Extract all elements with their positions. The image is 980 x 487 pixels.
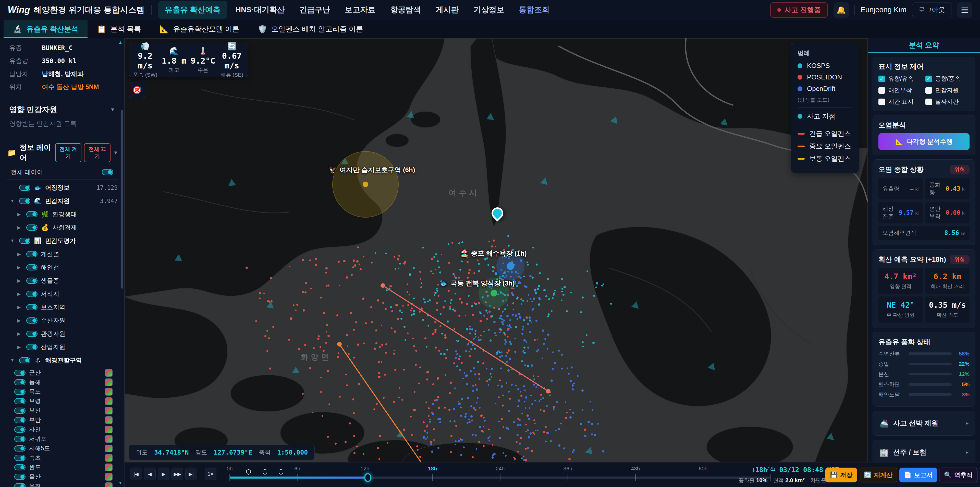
layer-toggle[interactable] [19, 185, 30, 191]
region-style-button[interactable] [105, 463, 113, 471]
layer-toggle[interactable] [26, 264, 38, 270]
checkbox-checked-icon[interactable]: ✓ [925, 76, 932, 82]
menu-button[interactable]: ☰ [957, 2, 972, 18]
tab-유출유확산모델 이론[interactable]: 📐유출유확산모델 이론 [150, 20, 248, 38]
layer-toggle[interactable] [26, 291, 38, 297]
layer-toggle[interactable] [26, 318, 38, 324]
vessel-spec-card[interactable]: 🚢 사고 선박 제원 ▸ [873, 410, 975, 436]
region-toggle[interactable] [14, 483, 25, 487]
region-style-button[interactable] [105, 435, 113, 443]
layer-toggle[interactable] [26, 278, 38, 284]
region-style-button[interactable] [105, 426, 113, 433]
logout-button[interactable]: 로그아웃 [912, 3, 951, 17]
region-style-button[interactable] [105, 388, 113, 396]
region-toggle[interactable] [14, 474, 25, 480]
layer-toggle[interactable] [26, 211, 38, 217]
region-style-button[interactable] [105, 407, 113, 415]
nav-item[interactable]: 항공탐색 [384, 1, 428, 19]
nav-item[interactable]: 기상정보 [467, 1, 511, 19]
region-toggle[interactable] [14, 398, 25, 404]
region-toggle[interactable] [14, 455, 25, 461]
nav-item[interactable]: 긴급구난 [293, 1, 337, 19]
layer-toggle[interactable] [19, 198, 30, 204]
caret-right-icon[interactable]: ▶ [18, 331, 23, 337]
display-checkbox-날짜시간[interactable]: 날짜시간 [925, 98, 970, 106]
caret-down-icon[interactable]: ▼ [10, 358, 16, 363]
region-toggle[interactable] [14, 436, 25, 442]
nav-item[interactable]: 보고자료 [339, 1, 382, 19]
region-style-button[interactable] [105, 482, 113, 487]
caret-right-icon[interactable]: ▶ [18, 318, 23, 323]
region-toggle[interactable] [14, 407, 25, 414]
layer-toggle[interactable] [26, 304, 38, 310]
caret-right-icon[interactable]: ▶ [18, 305, 23, 310]
caret-right-icon[interactable]: ▶ [18, 252, 23, 257]
region-toggle[interactable] [14, 417, 25, 423]
caret-right-icon[interactable]: ▶ [18, 212, 23, 217]
region-style-button[interactable] [105, 416, 113, 424]
checkbox-icon[interactable] [878, 99, 885, 105]
region-style-button[interactable] [105, 369, 113, 377]
layer-toggle[interactable] [26, 251, 38, 257]
nav-item[interactable]: HNS·대기확산 [229, 1, 291, 19]
all-layers-off-button[interactable]: 전체 끄기 [84, 143, 110, 162]
caret-right-icon[interactable]: ▶ [18, 278, 23, 283]
tab-분석 목록[interactable]: 📋분석 목록 [88, 20, 150, 38]
checkbox-checked-icon[interactable]: ✓ [878, 76, 885, 82]
report-button[interactable]: 📄보고서 [899, 468, 937, 482]
region-toggle[interactable] [14, 389, 25, 395]
playback-speed-button[interactable]: 1× [205, 468, 216, 481]
region-toggle[interactable] [14, 445, 25, 452]
save-button[interactable]: 💾저장 [825, 468, 857, 482]
display-checkbox-시간 표시[interactable]: 시간 표시 [878, 98, 923, 106]
display-checkbox-풍향/풍속[interactable]: ✓풍향/풍속 [925, 75, 970, 83]
scroll-down-icon[interactable]: ▼ [118, 481, 123, 485]
caret-down-icon[interactable]: ▼ [10, 238, 16, 243]
tab-유출유 확산분석[interactable]: 🔬유출유 확산분석 [3, 20, 88, 38]
display-checkbox-유향/유속[interactable]: ✓유향/유속 [878, 75, 923, 83]
region-style-button[interactable] [105, 378, 113, 386]
region-toggle[interactable] [14, 379, 25, 385]
region-style-button[interactable] [105, 454, 113, 462]
region-style-button[interactable] [105, 445, 113, 452]
impact-section-header[interactable]: 영향 민감자원 ▼ [0, 99, 124, 118]
scroll-up-icon[interactable]: ▲ [118, 40, 123, 45]
checkbox-icon[interactable] [925, 87, 932, 94]
layer-toggle[interactable] [19, 357, 30, 363]
all-layer-toggle[interactable] [102, 169, 113, 175]
step-back-button[interactable]: ◀ [144, 468, 156, 481]
polygon-analysis-button[interactable]: 📐 다각형 분석수행 [878, 133, 969, 150]
checkbox-icon[interactable] [878, 87, 885, 94]
layer-toggle[interactable] [26, 344, 38, 350]
skip-start-button[interactable]: |◀ [130, 468, 142, 481]
caret-right-icon[interactable]: ▶ [18, 225, 23, 230]
nav-item[interactable]: 게시판 [429, 1, 466, 19]
region-style-button[interactable] [105, 473, 113, 481]
timeline-handle[interactable] [364, 473, 371, 482]
play-button[interactable]: ▶ [158, 468, 169, 481]
display-checkbox-해안부착[interactable]: 해안부착 [878, 86, 923, 94]
display-checkbox-민감자원[interactable]: 민감자원 [925, 86, 970, 94]
map-canvas[interactable]: 🦅 여자만 습지보호구역 (6h) 🏖️ 종포 해수욕장 (1h) 🐟 국동 전… [124, 38, 868, 462]
nav-item[interactable]: 통합조회 [512, 1, 556, 19]
tab-오일펜스 배치 알고리즘 이론[interactable]: 🛡️오일펜스 배치 알고리즘 이론 [248, 20, 372, 38]
caret-right-icon[interactable]: ▶ [18, 291, 23, 297]
nav-item[interactable]: 유출유 확산예측 [158, 1, 227, 19]
notifications-button[interactable]: 🔔 [834, 2, 849, 18]
region-style-button[interactable] [105, 398, 113, 405]
owner-insurance-card[interactable]: 🏢 선주 / 보험 ▸ [873, 440, 975, 462]
backtrack-button[interactable]: 🔍역추적 [939, 468, 977, 482]
caret-down-icon[interactable]: ▼ [10, 198, 16, 204]
sidebar-scrollbar[interactable] [121, 110, 123, 289]
layer-toggle[interactable] [26, 225, 38, 231]
region-toggle[interactable] [14, 464, 25, 470]
all-layers-on-button[interactable]: 전체 켜기 [55, 143, 82, 162]
checkbox-icon[interactable] [925, 99, 932, 105]
recalculate-button[interactable]: 🔄재계산 [859, 468, 897, 482]
caret-right-icon[interactable]: ▶ [18, 265, 23, 270]
layer-toggle[interactable] [26, 331, 38, 337]
caret-right-icon[interactable]: ▶ [18, 345, 23, 350]
fast-forward-button[interactable]: ▶▶ [172, 468, 183, 481]
region-toggle[interactable] [14, 370, 25, 376]
timeline-slider[interactable]: 0h6h12h18h24h36h48h60h72h [230, 463, 771, 487]
